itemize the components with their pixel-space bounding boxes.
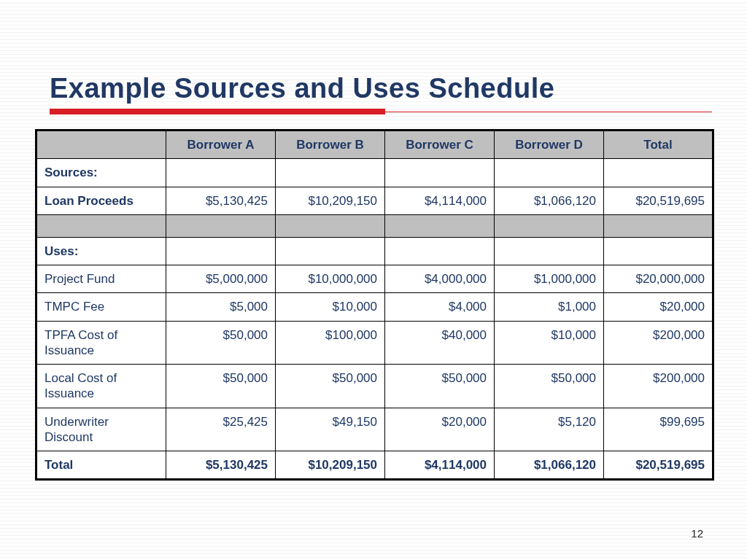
cell-value: $20,000: [385, 408, 495, 451]
cell-value: $1,000: [495, 293, 604, 321]
cell-value: $10,209,150: [276, 187, 385, 214]
cell-blank: [385, 237, 495, 265]
cell-value: $10,000: [276, 293, 385, 321]
cell-blank: [604, 159, 713, 187]
row-tmpc-fee: TMPC Fee $5,000 $10,000 $4,000 $1,000 $2…: [36, 293, 713, 321]
cell-blank: [276, 159, 385, 187]
divider-cell: [604, 214, 713, 237]
row-project-fund: Project Fund $5,000,000 $10,000,000 $4,0…: [36, 265, 713, 293]
page-title: Example Sources and Uses Schedule: [50, 73, 712, 104]
divider-cell: [385, 214, 495, 237]
cell-value: $5,130,425: [166, 187, 276, 214]
cell-value: $4,000: [385, 293, 495, 321]
row-local-cost: Local Cost of Issuance $50,000 $50,000 $…: [36, 365, 713, 408]
row-label: Project Fund: [36, 265, 166, 293]
row-total: Total $5,130,425 $10,209,150 $4,114,000 …: [36, 451, 713, 480]
cell-value: $50,000: [166, 365, 276, 408]
cell-value: $50,000: [385, 365, 495, 408]
cell-value: $1,066,120: [495, 451, 604, 480]
slide: Example Sources and Uses Schedule Borrow…: [0, 0, 747, 560]
row-label: Underwriter Discount: [36, 408, 166, 451]
cell-value: $25,425: [166, 408, 276, 451]
cell-value: $20,000,000: [604, 265, 713, 293]
divider-cell: [276, 214, 385, 237]
cell-value: $5,120: [495, 408, 604, 451]
title-underline: [50, 109, 712, 114]
cell-blank: [385, 159, 495, 187]
header-total: Total: [604, 131, 713, 159]
cell-value: $5,130,425: [166, 451, 276, 480]
row-sources-heading: Sources:: [36, 159, 713, 187]
cell-value: $49,150: [276, 408, 385, 451]
row-tpfa-cost: TPFA Cost of Issuance $50,000 $100,000 $…: [36, 321, 713, 365]
divider-cell: [36, 214, 166, 237]
sources-label: Sources:: [36, 159, 166, 187]
cell-blank: [495, 237, 604, 265]
header-borrower-c: Borrower C: [385, 131, 495, 159]
cell-blank: [166, 237, 276, 265]
cell-value: $10,000,000: [276, 265, 385, 293]
cell-value: $50,000: [495, 365, 604, 408]
cell-value: $20,519,695: [604, 451, 713, 480]
header-borrower-a: Borrower A: [166, 131, 276, 159]
cell-value: $5,000: [166, 293, 276, 321]
table-header-row: Borrower A Borrower B Borrower C Borrowe…: [36, 131, 713, 159]
divider-cell: [166, 214, 276, 237]
cell-blank: [276, 237, 385, 265]
cell-value: $99,695: [604, 408, 713, 451]
row-uses-heading: Uses:: [36, 237, 713, 265]
cell-value: $5,000,000: [166, 265, 276, 293]
row-label: TPFA Cost of Issuance: [36, 321, 166, 365]
cell-value: $50,000: [276, 365, 385, 408]
uses-label: Uses:: [36, 237, 166, 265]
cell-value: $200,000: [604, 321, 713, 365]
header-blank: [36, 131, 166, 159]
cell-blank: [166, 159, 276, 187]
cell-value: $1,000,000: [495, 265, 604, 293]
cell-value: $4,114,000: [385, 451, 495, 480]
cell-value: $100,000: [276, 321, 385, 365]
divider-cell: [495, 214, 604, 237]
header-borrower-d: Borrower D: [495, 131, 604, 159]
schedule-table: Borrower A Borrower B Borrower C Borrowe…: [35, 129, 714, 481]
title-underline-thin: [385, 112, 712, 112]
page-number: 12: [691, 527, 703, 540]
cell-value: $4,000,000: [385, 265, 495, 293]
cell-value: $20,519,695: [604, 187, 713, 214]
cell-value: $200,000: [604, 365, 713, 408]
cell-value: $40,000: [385, 321, 495, 365]
cell-value: $20,000: [604, 293, 713, 321]
cell-value: $50,000: [166, 321, 276, 365]
row-label: Local Cost of Issuance: [36, 365, 166, 408]
title-underline-thick: [50, 109, 385, 114]
cell-value: $10,209,150: [276, 451, 385, 480]
row-loan-proceeds: Loan Proceeds $5,130,425 $10,209,150 $4,…: [36, 187, 713, 214]
row-label: TMPC Fee: [36, 293, 166, 321]
row-underwriter: Underwriter Discount $25,425 $49,150 $20…: [36, 408, 713, 451]
cell-value: $1,066,120: [495, 187, 604, 214]
cell-blank: [604, 237, 713, 265]
row-label: Loan Proceeds: [36, 187, 166, 214]
header-borrower-b: Borrower B: [276, 131, 385, 159]
cell-value: $10,000: [495, 321, 604, 365]
row-label: Total: [36, 451, 166, 480]
row-divider: [36, 214, 713, 237]
cell-blank: [495, 159, 604, 187]
cell-value: $4,114,000: [385, 187, 495, 214]
